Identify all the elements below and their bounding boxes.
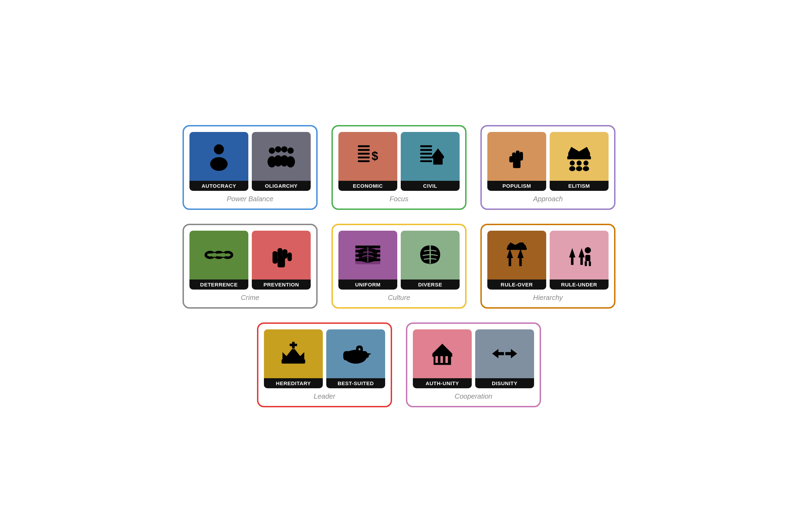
focus-label: Focus xyxy=(390,195,408,203)
main-grid: AUTOCRACY xyxy=(183,125,615,407)
deterrence-label: DETERRENCE xyxy=(189,280,248,290)
svg-marker-23 xyxy=(432,149,444,157)
svg-rect-12 xyxy=(358,153,370,154)
oligarchy-label: OLIGARCHY xyxy=(252,181,311,191)
disunity-icon xyxy=(475,329,534,378)
mid-row: DETERRENCE PREVENTION xyxy=(183,224,615,309)
svg-marker-31 xyxy=(568,147,590,157)
prevention-label: PREVENTION xyxy=(252,280,311,290)
svg-rect-43 xyxy=(221,253,225,257)
svg-rect-10 xyxy=(358,145,370,147)
svg-rect-60 xyxy=(507,247,527,250)
svg-rect-24 xyxy=(435,159,437,162)
svg-rect-69 xyxy=(282,359,305,364)
svg-point-2 xyxy=(269,148,275,154)
svg-marker-80 xyxy=(432,344,452,354)
svg-rect-21 xyxy=(433,158,443,165)
cards-approach: POPULISM xyxy=(487,132,609,191)
rule-over-icon xyxy=(487,231,546,280)
svg-rect-29 xyxy=(520,152,523,160)
crime-label: Crime xyxy=(241,294,259,302)
svg-rect-56 xyxy=(509,257,511,266)
svg-rect-83 xyxy=(445,356,448,363)
card-deterrence[interactable]: DETERRENCE xyxy=(189,231,248,290)
cards-crime: DETERRENCE PREVENTION xyxy=(189,231,311,290)
civil-icon xyxy=(401,132,460,181)
svg-point-1 xyxy=(210,157,228,171)
card-populism[interactable]: POPULISM xyxy=(487,132,546,191)
disunity-label: DISUNITY xyxy=(475,378,534,388)
svg-rect-46 xyxy=(277,248,282,258)
populism-label: POPULISM xyxy=(487,181,546,191)
svg-point-3 xyxy=(275,146,281,152)
svg-point-34 xyxy=(569,166,575,171)
svg-rect-17 xyxy=(420,149,432,151)
leader-label: Leader xyxy=(314,392,335,400)
svg-marker-61 xyxy=(569,248,575,257)
prevention-icon xyxy=(252,231,311,280)
rule-under-icon xyxy=(550,231,609,280)
svg-rect-20 xyxy=(420,160,432,162)
svg-rect-47 xyxy=(283,249,287,259)
card-civil[interactable]: CIVIL xyxy=(401,132,460,191)
best-suited-icon xyxy=(326,329,385,378)
svg-marker-57 xyxy=(517,249,524,258)
svg-point-9 xyxy=(286,156,295,167)
cards-hierarchy: RULE-OVER xyxy=(487,231,609,290)
svg-rect-67 xyxy=(585,261,587,266)
svg-rect-58 xyxy=(519,257,522,266)
elitism-label: ELITISM xyxy=(550,181,609,191)
card-oligarchy[interactable]: OLIGARCHY xyxy=(252,132,311,191)
card-diverse[interactable]: DIVERSE xyxy=(401,231,460,290)
svg-line-86 xyxy=(504,351,505,357)
cooperation-label: Cooperation xyxy=(455,392,493,400)
svg-rect-11 xyxy=(358,149,370,151)
group-power-balance: AUTOCRACY xyxy=(183,125,318,210)
power-balance-label: Power Balance xyxy=(227,195,274,203)
svg-rect-48 xyxy=(287,252,292,261)
oligarchy-icon xyxy=(252,132,311,181)
culture-label: Culture xyxy=(388,294,410,302)
svg-point-5 xyxy=(287,148,294,154)
group-crime: DETERRENCE PREVENTION xyxy=(183,224,318,309)
svg-rect-16 xyxy=(420,145,432,147)
svg-rect-28 xyxy=(516,151,520,161)
card-hereditary[interactable]: HEREDITARY xyxy=(264,329,323,388)
svg-rect-68 xyxy=(589,261,591,266)
cards-culture: UNIFORM DIVERSE xyxy=(338,231,460,290)
card-uniform[interactable]: UNIFORM xyxy=(338,231,397,290)
group-culture: UNIFORM DIVERSE xyxy=(331,224,467,309)
svg-rect-25 xyxy=(439,159,441,162)
svg-rect-13 xyxy=(358,157,370,158)
card-prevention[interactable]: PREVENTION xyxy=(252,231,311,290)
svg-rect-14 xyxy=(358,160,370,162)
deterrence-icon xyxy=(189,231,248,280)
svg-rect-18 xyxy=(420,153,432,154)
economic-label: ECONOMIC xyxy=(338,181,397,191)
populism-icon xyxy=(487,132,546,181)
hierarchy-label: Hierarchy xyxy=(533,294,563,302)
cards-focus: $ ECONOMIC xyxy=(338,132,460,191)
svg-marker-63 xyxy=(578,248,585,257)
svg-marker-85 xyxy=(505,349,517,358)
uniform-icon xyxy=(338,231,397,280)
card-economic[interactable]: $ ECONOMIC xyxy=(338,132,397,191)
svg-point-38 xyxy=(583,166,589,171)
card-auth-unity[interactable]: AUTH-UNITY xyxy=(413,329,472,388)
card-disunity[interactable]: DISUNITY xyxy=(475,329,534,388)
hereditary-label: HEREDITARY xyxy=(264,378,323,388)
group-approach: POPULISM xyxy=(480,125,615,210)
card-rule-over[interactable]: RULE-OVER xyxy=(487,231,546,290)
card-best-suited[interactable]: BEST-SUITED xyxy=(326,329,385,388)
card-rule-under[interactable]: RULE-UNDER xyxy=(550,231,609,290)
cards-leader: HEREDITARY xyxy=(264,329,385,388)
card-autocracy[interactable]: AUTOCRACY xyxy=(189,132,248,191)
svg-rect-22 xyxy=(432,156,444,158)
cards-cooperation: AUTH-UNITY xyxy=(413,329,534,388)
svg-marker-55 xyxy=(507,249,513,258)
auth-unity-label: AUTH-UNITY xyxy=(413,378,472,388)
card-elitism[interactable]: ELITISM xyxy=(550,132,609,191)
svg-rect-82 xyxy=(441,356,443,363)
svg-rect-30 xyxy=(509,156,513,162)
svg-rect-32 xyxy=(567,156,591,159)
